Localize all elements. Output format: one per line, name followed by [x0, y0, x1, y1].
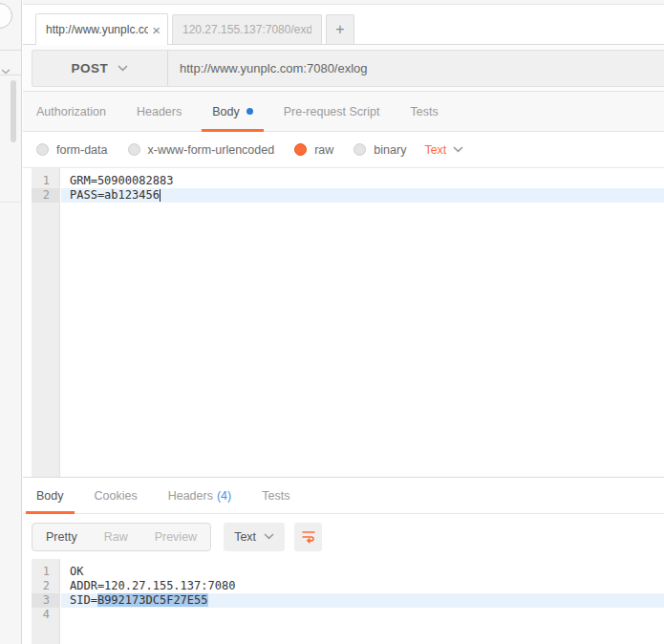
- sidebar-divider: [0, 75, 22, 75]
- wrap-text-button[interactable]: [294, 523, 322, 551]
- tab-label: Tests: [262, 489, 289, 503]
- radio-icon: [128, 143, 140, 156]
- raw-type-selector[interactable]: Text: [424, 143, 463, 157]
- request-tab-bar: http://www.yunplc.com × 120.27.155.137:7…: [23, 5, 664, 45]
- tab-headers[interactable]: Headers: [126, 92, 192, 131]
- code-area: GRM=50900082883 PASS=ab123456: [61, 168, 664, 203]
- new-tab-button[interactable]: +: [326, 14, 354, 44]
- code-area: OK ADDR=120.27.155.137:7080 SID=B992173D…: [61, 559, 664, 622]
- tab-label: Cookies: [95, 489, 138, 503]
- line-number: 2: [32, 579, 59, 593]
- radio-label: form-data: [56, 143, 108, 157]
- radio-selected-icon: [294, 143, 307, 156]
- body-mode-row: form-data x-www-form-urlencoded raw bina…: [23, 132, 664, 168]
- radio-form-data[interactable]: form-data: [36, 143, 108, 157]
- selected-text: B992173DC5F27E55: [97, 593, 208, 607]
- main-panel: http://www.yunplc.com × 120.27.155.137:7…: [23, 0, 664, 644]
- view-preview-button[interactable]: Preview: [141, 530, 210, 544]
- tab-pre-request-script[interactable]: Pre-request Script: [273, 92, 391, 131]
- radio-icon: [353, 143, 366, 156]
- radio-icon: [36, 143, 49, 156]
- request-body-editor[interactable]: 1 2 GRM=50900082883 PASS=ab123456: [23, 168, 664, 477]
- view-raw-button[interactable]: Raw: [91, 530, 141, 544]
- code-line: ADDR=120.27.155.137:7080: [61, 579, 664, 593]
- tab-title: 120.27.155.137:7080/exdata: [182, 23, 311, 36]
- headers-count-badge: (4): [217, 489, 231, 503]
- chevron-down-icon: [118, 65, 128, 72]
- response-tabs: Body Cookies Headers (4) Tests: [23, 478, 664, 514]
- sidebar-scrollbar-thumb[interactable]: [11, 80, 16, 142]
- sidebar-divider: [0, 50, 22, 51]
- tab-request-inactive[interactable]: 120.27.155.137:7080/exdata: [172, 14, 322, 44]
- code-line: [61, 608, 664, 622]
- line-number: 1: [32, 565, 59, 579]
- view-pretty-button[interactable]: Pretty: [32, 530, 91, 544]
- tab-label: Body: [36, 489, 64, 503]
- view-mode-group: Pretty Raw Preview: [32, 523, 211, 551]
- tab-label: Body: [212, 105, 240, 118]
- tab-response-headers[interactable]: Headers (4): [158, 478, 243, 513]
- url-row: POST http://www.yunplc.com:7080/exlog: [23, 45, 664, 92]
- plus-icon: +: [335, 21, 344, 38]
- radio-binary[interactable]: binary: [353, 143, 406, 157]
- line-number: 3: [32, 593, 59, 608]
- request-section-tabs: Authorization Headers Body Pre-request S…: [23, 92, 664, 132]
- postman-window: http://www.yunplc.com × 120.27.155.137:7…: [0, 0, 664, 644]
- code-line-active: PASS=ab123456: [61, 188, 664, 203]
- tab-label: Pre-request Script: [284, 105, 380, 118]
- line-number: 2: [32, 188, 59, 203]
- line-number: 1: [32, 174, 59, 188]
- response-body-editor[interactable]: 1 2 3 4 OK ADDR=120.27.155.137:7080 SID=…: [23, 559, 664, 644]
- avatar[interactable]: [0, 3, 12, 29]
- close-icon[interactable]: ×: [152, 23, 161, 37]
- line-number-gutter: 1 2 3 4: [32, 559, 60, 644]
- radio-label: raw: [314, 143, 333, 157]
- tab-label: Tests: [410, 105, 438, 118]
- chevron-down-icon: [453, 146, 463, 153]
- code-line-active: SID=B992173DC5F27E55: [61, 593, 664, 608]
- tab-label: Authorization: [36, 105, 106, 118]
- radio-label: x-www-form-urlencoded: [148, 143, 275, 157]
- tab-response-cookies[interactable]: Cookies: [84, 478, 148, 513]
- chevron-down-icon: [264, 533, 274, 540]
- code-line: GRM=50900082883: [61, 174, 664, 188]
- url-bar: POST http://www.yunplc.com:7080/exlog: [32, 50, 664, 87]
- tab-authorization[interactable]: Authorization: [26, 92, 117, 131]
- tab-response-body[interactable]: Body: [26, 478, 75, 513]
- tab-title: http://www.yunplc.com: [46, 23, 148, 36]
- radio-urlencoded[interactable]: x-www-form-urlencoded: [128, 143, 275, 157]
- sidebar: [0, 0, 22, 644]
- method-selector[interactable]: POST: [32, 51, 168, 86]
- method-label: POST: [72, 61, 109, 75]
- line-number: 4: [32, 608, 59, 622]
- response-type-label: Text: [234, 530, 256, 544]
- tab-tests[interactable]: Tests: [399, 92, 448, 131]
- line-number-gutter: 1 2: [32, 168, 60, 477]
- response-type-selector[interactable]: Text: [224, 523, 285, 551]
- response-section: Body Cookies Headers (4) Tests Pretty Ra…: [23, 477, 664, 644]
- tab-response-tests[interactable]: Tests: [251, 478, 300, 513]
- tab-body[interactable]: Body: [202, 92, 264, 131]
- radio-raw[interactable]: raw: [294, 143, 333, 157]
- body-indicator-dot: [246, 108, 253, 115]
- chevron-down-icon[interactable]: [1, 61, 11, 78]
- wrap-text-icon: [301, 529, 316, 544]
- text-cursor: [160, 189, 161, 202]
- code-line: OK: [61, 565, 664, 579]
- tab-label: Headers: [168, 489, 213, 503]
- radio-label: binary: [374, 143, 406, 157]
- tab-label: Headers: [137, 105, 182, 118]
- sidebar-divider: [0, 202, 22, 203]
- tab-request-active[interactable]: http://www.yunplc.com ×: [35, 13, 168, 45]
- response-toolbar: Pretty Raw Preview Text: [23, 514, 664, 559]
- url-input[interactable]: http://www.yunplc.com:7080/exlog: [168, 51, 664, 86]
- raw-type-label: Text: [424, 143, 446, 157]
